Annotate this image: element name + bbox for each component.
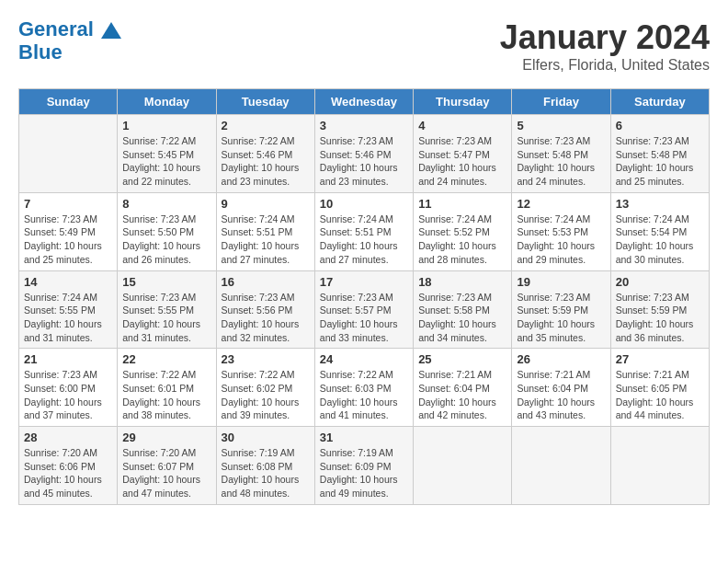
logo: General Blue bbox=[18, 18, 121, 64]
calendar-cell: 20Sunrise: 7:23 AM Sunset: 5:59 PM Dayli… bbox=[610, 270, 709, 349]
title-area: January 2024 Elfers, Florida, United Sta… bbox=[500, 18, 710, 74]
calendar-cell: 4Sunrise: 7:23 AM Sunset: 5:47 PM Daylig… bbox=[414, 115, 512, 193]
day-number: 3 bbox=[320, 119, 408, 132]
calendar-cell: 30Sunrise: 7:19 AM Sunset: 6:08 PM Dayli… bbox=[216, 427, 314, 505]
day-info: Sunrise: 7:24 AM Sunset: 5:55 PM Dayligh… bbox=[24, 291, 112, 345]
day-info: Sunrise: 7:23 AM Sunset: 5:57 PM Dayligh… bbox=[320, 291, 408, 345]
day-number: 15 bbox=[122, 275, 210, 289]
calendar-cell: 13Sunrise: 7:24 AM Sunset: 5:54 PM Dayli… bbox=[610, 192, 709, 270]
day-info: Sunrise: 7:24 AM Sunset: 5:54 PM Dayligh… bbox=[616, 213, 704, 267]
day-number: 26 bbox=[517, 352, 605, 366]
day-info: Sunrise: 7:23 AM Sunset: 5:59 PM Dayligh… bbox=[616, 291, 704, 345]
calendar-cell: 28Sunrise: 7:20 AM Sunset: 6:06 PM Dayli… bbox=[19, 427, 118, 505]
calendar-cell: 24Sunrise: 7:22 AM Sunset: 6:03 PM Dayli… bbox=[314, 349, 413, 427]
column-header-friday: Friday bbox=[512, 89, 610, 115]
column-header-tuesday: Tuesday bbox=[216, 89, 314, 115]
day-info: Sunrise: 7:24 AM Sunset: 5:52 PM Dayligh… bbox=[418, 213, 506, 267]
calendar-cell: 15Sunrise: 7:23 AM Sunset: 5:55 PM Dayli… bbox=[118, 270, 216, 349]
calendar-cell: 21Sunrise: 7:23 AM Sunset: 6:00 PM Dayli… bbox=[19, 349, 118, 427]
calendar-cell: 5Sunrise: 7:23 AM Sunset: 5:48 PM Daylig… bbox=[512, 115, 610, 193]
column-header-sunday: Sunday bbox=[19, 89, 118, 115]
column-header-thursday: Thursday bbox=[414, 89, 512, 115]
day-number: 7 bbox=[24, 197, 112, 211]
day-info: Sunrise: 7:21 AM Sunset: 6:04 PM Dayligh… bbox=[418, 368, 506, 422]
day-info: Sunrise: 7:21 AM Sunset: 6:04 PM Dayligh… bbox=[517, 368, 605, 422]
day-info: Sunrise: 7:23 AM Sunset: 5:50 PM Dayligh… bbox=[122, 213, 210, 267]
page-title: January 2024 bbox=[500, 18, 710, 57]
column-header-saturday: Saturday bbox=[610, 89, 709, 115]
calendar-week-row: 1Sunrise: 7:22 AM Sunset: 5:45 PM Daylig… bbox=[19, 115, 710, 193]
calendar-cell: 31Sunrise: 7:19 AM Sunset: 6:09 PM Dayli… bbox=[314, 427, 413, 505]
calendar-cell: 1Sunrise: 7:22 AM Sunset: 5:45 PM Daylig… bbox=[118, 115, 216, 193]
calendar-cell: 7Sunrise: 7:23 AM Sunset: 5:49 PM Daylig… bbox=[19, 192, 118, 270]
day-number: 4 bbox=[418, 119, 506, 132]
day-number: 25 bbox=[418, 352, 506, 366]
day-number: 20 bbox=[616, 275, 704, 289]
day-info: Sunrise: 7:20 AM Sunset: 6:06 PM Dayligh… bbox=[24, 446, 112, 500]
day-info: Sunrise: 7:20 AM Sunset: 6:07 PM Dayligh… bbox=[122, 446, 210, 500]
calendar-cell bbox=[414, 427, 512, 505]
day-info: Sunrise: 7:24 AM Sunset: 5:51 PM Dayligh… bbox=[222, 213, 310, 267]
day-info: Sunrise: 7:22 AM Sunset: 5:46 PM Dayligh… bbox=[222, 134, 310, 189]
day-info: Sunrise: 7:22 AM Sunset: 6:03 PM Dayligh… bbox=[320, 368, 408, 422]
calendar-week-row: 7Sunrise: 7:23 AM Sunset: 5:49 PM Daylig… bbox=[19, 192, 710, 270]
day-number: 24 bbox=[320, 352, 408, 366]
calendar-cell: 2Sunrise: 7:22 AM Sunset: 5:46 PM Daylig… bbox=[216, 115, 314, 193]
day-number: 14 bbox=[24, 275, 112, 289]
calendar-cell: 27Sunrise: 7:21 AM Sunset: 6:05 PM Dayli… bbox=[610, 349, 709, 427]
day-number: 8 bbox=[122, 197, 210, 211]
day-number: 22 bbox=[122, 352, 210, 366]
logo-text: General bbox=[18, 18, 121, 40]
day-number: 23 bbox=[222, 352, 310, 366]
day-number: 6 bbox=[616, 119, 704, 132]
calendar-cell: 17Sunrise: 7:23 AM Sunset: 5:57 PM Dayli… bbox=[314, 270, 413, 349]
calendar-cell bbox=[610, 427, 709, 505]
day-number: 1 bbox=[122, 119, 210, 132]
calendar-cell: 6Sunrise: 7:23 AM Sunset: 5:48 PM Daylig… bbox=[610, 115, 709, 193]
day-number: 12 bbox=[517, 197, 605, 211]
day-info: Sunrise: 7:23 AM Sunset: 6:00 PM Dayligh… bbox=[24, 368, 112, 422]
calendar-cell: 25Sunrise: 7:21 AM Sunset: 6:04 PM Dayli… bbox=[414, 349, 512, 427]
calendar-cell: 22Sunrise: 7:22 AM Sunset: 6:01 PM Dayli… bbox=[118, 349, 216, 427]
calendar-cell: 11Sunrise: 7:24 AM Sunset: 5:52 PM Dayli… bbox=[414, 192, 512, 270]
calendar-week-row: 28Sunrise: 7:20 AM Sunset: 6:06 PM Dayli… bbox=[19, 427, 710, 505]
day-info: Sunrise: 7:19 AM Sunset: 6:08 PM Dayligh… bbox=[222, 446, 310, 500]
calendar-cell: 29Sunrise: 7:20 AM Sunset: 6:07 PM Dayli… bbox=[118, 427, 216, 505]
day-info: Sunrise: 7:23 AM Sunset: 5:48 PM Dayligh… bbox=[616, 134, 704, 189]
calendar-cell: 8Sunrise: 7:23 AM Sunset: 5:50 PM Daylig… bbox=[118, 192, 216, 270]
calendar-cell: 18Sunrise: 7:23 AM Sunset: 5:58 PM Dayli… bbox=[414, 270, 512, 349]
calendar-table: SundayMondayTuesdayWednesdayThursdayFrid… bbox=[18, 88, 710, 505]
day-info: Sunrise: 7:22 AM Sunset: 5:45 PM Dayligh… bbox=[122, 134, 210, 189]
calendar-cell: 19Sunrise: 7:23 AM Sunset: 5:59 PM Dayli… bbox=[512, 270, 610, 349]
day-info: Sunrise: 7:19 AM Sunset: 6:09 PM Dayligh… bbox=[320, 446, 408, 500]
svg-marker-0 bbox=[101, 22, 121, 39]
day-number: 11 bbox=[418, 197, 506, 211]
calendar-cell: 9Sunrise: 7:24 AM Sunset: 5:51 PM Daylig… bbox=[216, 192, 314, 270]
day-info: Sunrise: 7:23 AM Sunset: 5:47 PM Dayligh… bbox=[418, 134, 506, 189]
day-info: Sunrise: 7:23 AM Sunset: 5:49 PM Dayligh… bbox=[24, 213, 112, 267]
day-info: Sunrise: 7:24 AM Sunset: 5:53 PM Dayligh… bbox=[517, 213, 605, 267]
day-info: Sunrise: 7:23 AM Sunset: 5:48 PM Dayligh… bbox=[517, 134, 605, 189]
day-number: 2 bbox=[222, 119, 310, 132]
page-header: General Blue January 2024 Elfers, Florid… bbox=[18, 18, 710, 74]
day-number: 18 bbox=[418, 275, 506, 289]
day-number: 21 bbox=[24, 352, 112, 366]
day-info: Sunrise: 7:23 AM Sunset: 5:46 PM Dayligh… bbox=[320, 134, 408, 189]
day-number: 9 bbox=[222, 197, 310, 211]
calendar-cell: 23Sunrise: 7:22 AM Sunset: 6:02 PM Dayli… bbox=[216, 349, 314, 427]
day-number: 27 bbox=[616, 352, 704, 366]
day-info: Sunrise: 7:23 AM Sunset: 5:55 PM Dayligh… bbox=[122, 291, 210, 345]
day-info: Sunrise: 7:23 AM Sunset: 5:58 PM Dayligh… bbox=[418, 291, 506, 345]
day-number: 10 bbox=[320, 197, 408, 211]
calendar-cell: 10Sunrise: 7:24 AM Sunset: 5:51 PM Dayli… bbox=[314, 192, 413, 270]
day-number: 19 bbox=[517, 275, 605, 289]
calendar-header-row: SundayMondayTuesdayWednesdayThursdayFrid… bbox=[19, 89, 710, 115]
calendar-week-row: 21Sunrise: 7:23 AM Sunset: 6:00 PM Dayli… bbox=[19, 349, 710, 427]
calendar-cell: 14Sunrise: 7:24 AM Sunset: 5:55 PM Dayli… bbox=[19, 270, 118, 349]
calendar-cell: 3Sunrise: 7:23 AM Sunset: 5:46 PM Daylig… bbox=[314, 115, 413, 193]
day-info: Sunrise: 7:22 AM Sunset: 6:02 PM Dayligh… bbox=[222, 368, 310, 422]
calendar-cell bbox=[512, 427, 610, 505]
calendar-cell: 26Sunrise: 7:21 AM Sunset: 6:04 PM Dayli… bbox=[512, 349, 610, 427]
calendar-week-row: 14Sunrise: 7:24 AM Sunset: 5:55 PM Dayli… bbox=[19, 270, 710, 349]
calendar-cell: 16Sunrise: 7:23 AM Sunset: 5:56 PM Dayli… bbox=[216, 270, 314, 349]
